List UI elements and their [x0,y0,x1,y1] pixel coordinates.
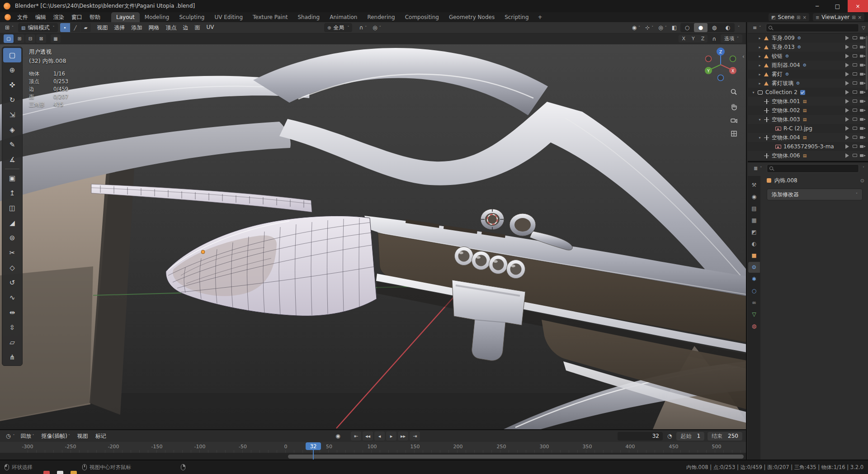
expander-icon[interactable]: ▸ [757,63,763,67]
properties-tab[interactable]: ▦ [748,215,760,226]
properties-tab[interactable]: ⚒ [748,180,760,190]
hide-viewport-toggle-icon[interactable] [852,98,858,104]
timeline-track-area[interactable] [0,453,746,460]
workspace-tab[interactable]: Sculpting [174,12,209,22]
workspace-tab[interactable]: Modeling [140,12,175,22]
hide-viewport-toggle-icon[interactable] [852,107,858,114]
timeline-editor-button[interactable]: ◷ ˅ [4,431,17,441]
filter-icon[interactable]: ▽ [862,25,865,30]
workspace-tab[interactable]: Layout [111,12,140,22]
properties-tab[interactable]: ▽ [748,309,760,320]
tool-button[interactable]: ↺ [3,275,21,290]
tool-button[interactable]: ⋔ [3,350,21,365]
viewport-menu-item[interactable]: UV [203,24,217,30]
properties-tab[interactable]: ○ [748,285,760,296]
outliner-row[interactable]: ▸ 雾灯玻璃 ⚙ [748,79,868,88]
properties-filter-icon[interactable]: ˅ [863,166,864,171]
viewport-toggle-button[interactable]: ◧ [670,23,678,32]
remove-viewlayer-icon[interactable]: × [858,15,862,20]
menu-item[interactable]: 窗口 [68,12,86,22]
tool-button[interactable]: ✎ [3,137,21,152]
pin-icon[interactable]: ⊙ [860,178,864,184]
region-collapse-icon[interactable]: ‹ [742,53,745,60]
hide-render-toggle-icon[interactable] [859,89,866,95]
tool-button[interactable]: ⊜ [3,231,21,245]
shading-mode-button[interactable]: ○ [680,23,694,32]
hide-viewport-toggle-icon[interactable] [852,53,858,59]
workspace-tab[interactable]: Geometry Nodes [444,12,500,22]
selectable-toggle-icon[interactable] [844,143,850,150]
hide-viewport-toggle-icon[interactable] [852,152,858,159]
timeline-menu-item[interactable]: 视图 [74,432,92,440]
hide-render-toggle-icon[interactable] [859,35,866,41]
hide-render-toggle-icon[interactable] [859,107,866,114]
outliner-row[interactable]: R-C (2).jpg [748,124,868,133]
hide-viewport-toggle-icon[interactable] [852,116,858,123]
timeline-menu-item[interactable]: 回放 ˅ [17,432,38,440]
current-frame-field[interactable]: 32 [618,432,663,441]
outliner-row[interactable]: 空物体.001 ▤ [748,97,868,106]
expander-icon[interactable]: ▸ [757,72,763,76]
tool-button[interactable]: ▣ [3,171,21,185]
properties-tab[interactable]: ◍ [748,321,760,332]
timeline-menu-item[interactable]: 抠像(插帧) ˅ [38,432,73,440]
close-button[interactable]: × [848,0,868,12]
selectable-toggle-icon[interactable] [844,35,850,41]
select-option-button[interactable]: ⊠ [36,34,46,43]
properties-tab[interactable]: ◉ [748,191,760,202]
outliner-row[interactable]: ▾ 空物体.004 ▤ [748,133,868,142]
snapping-toggle[interactable]: ∩ ˅ [358,23,368,32]
outliner-row[interactable]: ▸ 车身.013 ⚙ [748,43,868,52]
selectable-toggle-icon[interactable] [844,134,850,141]
expander-icon[interactable]: ▸ [757,54,763,58]
hide-viewport-toggle-icon[interactable] [852,71,858,77]
transport-button[interactable]: ▸▸ [398,431,408,441]
hide-viewport-toggle-icon[interactable] [852,134,858,141]
properties-editor-button[interactable]: ≣ ˅ [751,164,764,173]
outliner-row[interactable]: ▾ Collection 2 [748,88,868,97]
menu-item[interactable]: 文件 [14,12,32,22]
tool-button[interactable]: ◇ [3,261,21,275]
properties-search[interactable] [767,164,859,173]
hide-render-toggle-icon[interactable] [859,62,866,68]
workspace-tab[interactable]: Animation [325,12,362,22]
shading-mode-button[interactable]: ◐ [721,23,735,32]
zoom-button[interactable] [728,86,740,98]
selectable-toggle-icon[interactable] [844,125,850,132]
outliner-row[interactable]: 空物体.006 ▤ [748,151,868,160]
transform-orientation-dropdown[interactable]: ⊕ 全局 ˅ [324,23,352,32]
viewlayer-selector[interactable]: ≣ ViewLayer ⊞ × [813,13,864,21]
outliner-row[interactable]: ▸ 车身.009 ⚙ [748,33,868,43]
viewport-toggle-button[interactable]: ◎ ˅ [657,23,668,32]
properties-tab[interactable]: ◩ [748,227,760,237]
blender-menu-icon[interactable] [5,14,11,20]
new-scene-icon[interactable]: ⊞ [797,15,800,20]
viewport-menu-item[interactable]: 边 [180,24,192,32]
properties-tab[interactable]: ◐ [748,238,760,249]
collection-checkbox[interactable] [800,90,805,95]
hide-viewport-toggle-icon[interactable] [852,44,858,50]
tool-button[interactable]: ⇲ [3,108,21,122]
shading-mode-button[interactable]: ● [694,23,708,32]
tool-button[interactable]: ⇹ [3,305,21,320]
taskbar-icon[interactable] [71,471,77,474]
selectable-toggle-icon[interactable] [844,71,850,77]
select-mode-button[interactable]: ╱ [71,23,80,32]
minimize-button[interactable]: ─ [807,0,827,12]
pan-button[interactable] [728,101,740,113]
axis-neg-z-handle[interactable] [718,75,724,81]
expander-icon[interactable]: ▸ [757,45,763,49]
tool-button[interactable]: ◈ [3,123,21,137]
menu-item[interactable]: 帮助 [86,12,104,22]
select-option-button[interactable]: ⊟ [25,34,35,43]
tool-button[interactable]: ↻ [3,93,21,107]
outliner-row[interactable]: ▸ 铰链 ⚙ [748,52,868,61]
preview-range-icon[interactable]: ◔ [666,431,673,441]
workspace-tab[interactable]: Rendering [362,12,400,22]
hide-viewport-toggle-icon[interactable] [852,62,858,68]
hide-render-toggle-icon[interactable] [859,44,866,50]
workspace-tab[interactable]: Texture Paint [248,12,292,22]
tool-button[interactable]: ◢ [3,216,21,230]
timeline-ruler[interactable]: -300 -250 -200 -150 -100 -50 0 50 100 15… [0,442,746,453]
transport-button[interactable]: ⇤ [351,431,361,441]
